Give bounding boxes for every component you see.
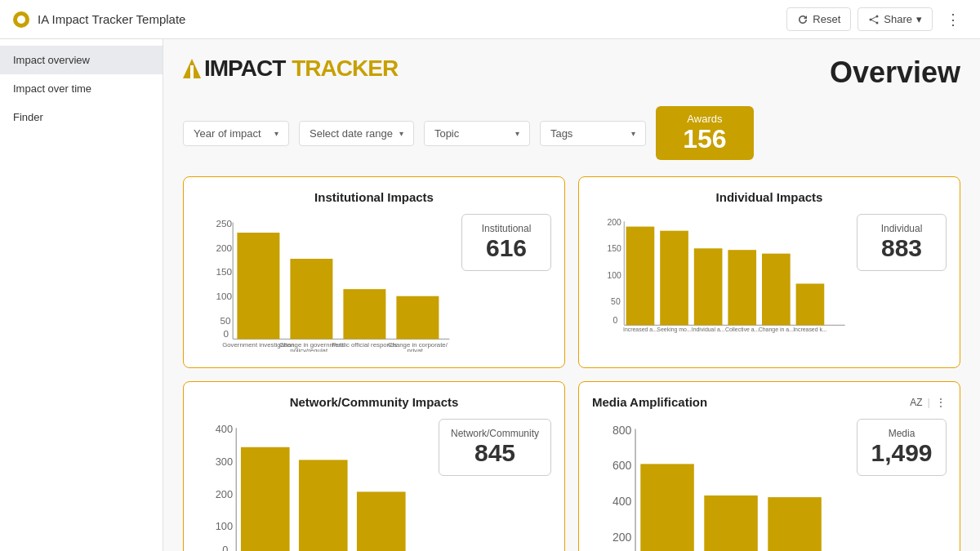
svg-text:0: 0 <box>224 328 229 339</box>
header-row: IMPACT TRACKER Overview <box>183 56 960 90</box>
institutional-bar-chart: 250 200 150 100 50 0 <box>197 214 452 354</box>
svg-point-0 <box>17 16 25 24</box>
svg-text:Collective a...: Collective a... <box>725 327 760 333</box>
individual-title: Individual Impacts <box>592 190 947 204</box>
filters-row: Year of impact ▾ Select date range ▾ Top… <box>183 106 960 160</box>
individual-bar-chart: 200 150 100 50 0 <box>592 214 847 339</box>
app-title: IA Impact Tracker Template <box>38 12 185 26</box>
layout: Impact overview Impact over time Finder <box>0 39 980 551</box>
svg-rect-18 <box>343 289 385 339</box>
individual-chart-area: 200 150 100 50 0 <box>592 214 947 339</box>
svg-text:100: 100 <box>607 271 621 280</box>
institutional-impacts-card: Institutional Impacts 250 200 150 100 50… <box>183 176 565 368</box>
svg-text:Change in a...: Change in a... <box>759 327 794 334</box>
chevron-down-icon: ▾ <box>515 129 519 138</box>
institutional-count-box: Institutional 616 <box>461 214 551 271</box>
awards-badge: Awards 156 <box>656 106 754 160</box>
media-bar-chart: 800 600 400 200 0 <box>592 419 847 551</box>
topbar-left: IA Impact Tracker Template <box>13 11 185 28</box>
reset-button[interactable]: Reset <box>786 7 851 31</box>
svg-text:150: 150 <box>216 267 232 278</box>
charts-grid: Institutional Impacts 250 200 150 100 50… <box>183 176 960 551</box>
svg-text:Increased k...: Increased k... <box>793 327 827 333</box>
network-bar-chart: 400 300 200 100 0 <box>197 419 429 551</box>
svg-rect-62 <box>640 464 694 551</box>
share-chevron-icon: ▾ <box>916 13 922 25</box>
topbar-right: Reset Share ▾ ⋮ <box>786 7 967 32</box>
app-logo-icon <box>13 11 29 28</box>
svg-rect-36 <box>728 250 756 325</box>
svg-text:100: 100 <box>216 520 233 532</box>
svg-text:150: 150 <box>607 244 621 253</box>
more-options-button[interactable]: ⋮ <box>939 7 967 32</box>
network-title: Network/Community Impacts <box>197 395 551 409</box>
svg-text:250: 250 <box>216 218 232 229</box>
sidebar-item-impact-over-time[interactable]: Impact over time <box>0 74 163 103</box>
svg-text:0: 0 <box>222 544 228 551</box>
svg-text:800: 800 <box>612 424 632 437</box>
svg-text:Seeking mo...: Seeking mo... <box>657 327 691 334</box>
sidebar-item-impact-overview[interactable]: Impact overview <box>0 46 163 74</box>
reset-icon <box>797 14 808 25</box>
sidebar-item-finder[interactable]: Finder <box>0 103 163 131</box>
svg-rect-19 <box>396 296 439 340</box>
institutional-chart-area: 250 200 150 100 50 0 <box>197 214 551 354</box>
topic-filter[interactable]: Topic ▾ <box>424 121 530 146</box>
svg-text:200: 200 <box>612 531 632 544</box>
svg-rect-33 <box>626 227 655 326</box>
svg-rect-54 <box>357 492 406 551</box>
logo-tracker-text: TRACKER <box>292 56 398 82</box>
media-svg: 800 600 400 200 0 <box>592 419 847 551</box>
media-count-box: Media 1,499 <box>857 419 947 476</box>
svg-text:Increased a...: Increased a... <box>623 327 657 333</box>
network-impacts-card: Network/Community Impacts 400 300 200 10… <box>183 381 565 551</box>
svg-rect-34 <box>660 231 688 326</box>
tags-filter[interactable]: Tags ▾ <box>540 121 646 146</box>
chevron-down-icon: ▾ <box>399 129 403 138</box>
media-amplification-card: Media Amplification AZ | ⋮ 800 600 400 2… <box>578 381 960 551</box>
sidebar: Impact overview Impact over time Finder <box>0 39 163 551</box>
logo-impact-text: IMPACT <box>204 56 285 82</box>
svg-rect-63 <box>704 495 758 551</box>
svg-line-4 <box>871 16 877 20</box>
media-title: Media Amplification <box>592 395 707 409</box>
chevron-down-icon: ▾ <box>631 129 635 138</box>
institutional-svg: 250 200 150 100 50 0 <box>197 214 452 352</box>
svg-rect-16 <box>237 233 279 339</box>
logo-area: IMPACT TRACKER <box>183 56 398 82</box>
svg-text:600: 600 <box>612 460 632 473</box>
svg-rect-52 <box>241 447 290 551</box>
individual-impacts-card: Individual Impacts 200 150 100 50 0 <box>578 176 960 368</box>
svg-rect-7 <box>190 65 194 78</box>
date-range-filter[interactable]: Select date range ▾ <box>299 121 414 146</box>
network-count-box: Network/Community 845 <box>439 419 551 476</box>
chevron-down-icon: ▾ <box>274 129 278 138</box>
svg-text:200: 200 <box>607 218 621 227</box>
svg-text:400: 400 <box>612 495 632 508</box>
svg-text:policy/regulat...: policy/regulat... <box>290 347 332 352</box>
network-svg: 400 300 200 100 0 <box>197 419 429 551</box>
main-content: IMPACT TRACKER Overview Year of impact ▾… <box>163 39 980 551</box>
share-icon <box>868 14 880 25</box>
sort-az-button[interactable]: AZ <box>910 397 922 408</box>
svg-line-5 <box>871 20 877 23</box>
share-button[interactable]: Share ▾ <box>858 7 933 31</box>
network-chart-area: 400 300 200 100 0 <box>197 419 551 551</box>
individual-count-box: Individual 883 <box>857 214 947 271</box>
media-more-button[interactable]: ⋮ <box>935 396 947 409</box>
year-of-impact-filter[interactable]: Year of impact ▾ <box>183 121 289 146</box>
svg-text:privat...: privat... <box>408 347 429 352</box>
svg-rect-53 <box>299 460 348 551</box>
svg-text:Individual a...: Individual a... <box>692 327 725 333</box>
media-title-row: Media Amplification AZ | ⋮ <box>592 395 947 409</box>
svg-text:50: 50 <box>611 297 621 306</box>
svg-text:200: 200 <box>216 242 232 253</box>
svg-rect-17 <box>290 259 332 339</box>
svg-rect-38 <box>796 284 825 326</box>
svg-rect-35 <box>694 248 723 325</box>
svg-text:100: 100 <box>216 291 232 301</box>
svg-text:400: 400 <box>216 423 233 435</box>
overview-title: Overview <box>830 56 960 90</box>
media-chart-area: 800 600 400 200 0 <box>592 419 947 551</box>
svg-text:300: 300 <box>216 455 233 468</box>
